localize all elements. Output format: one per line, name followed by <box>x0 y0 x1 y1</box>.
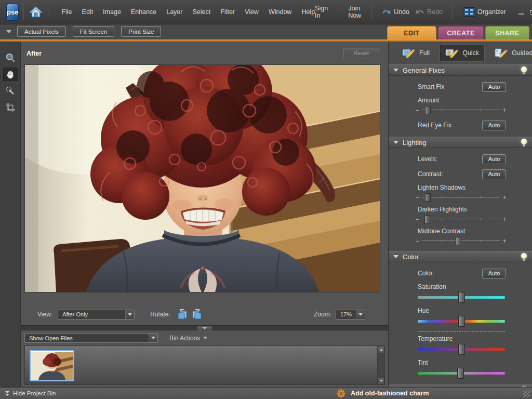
saturation-slider[interactable] <box>418 292 505 303</box>
menu-image[interactable]: Image <box>103 8 121 16</box>
rotate-left-button[interactable] <box>175 308 189 321</box>
divider <box>371 4 371 20</box>
sign-in-link[interactable]: Sign In <box>315 5 328 19</box>
menu-edit[interactable]: Edit <box>82 8 94 16</box>
lighten-shadows-slider[interactable]: − + <box>389 193 532 202</box>
options-collapse-icon[interactable] <box>6 30 11 33</box>
menu-filter[interactable]: Filter <box>220 8 235 16</box>
reset-button[interactable]: Reset <box>343 48 379 58</box>
slider-thumb[interactable] <box>424 215 430 223</box>
slider-track[interactable] <box>422 215 500 224</box>
quick-edit-tab[interactable]: Quick <box>440 45 484 61</box>
fit-screen-button[interactable]: Fit Screen <box>73 26 114 37</box>
slider-thumb[interactable] <box>425 106 431 114</box>
redo-button[interactable]: Redo <box>415 8 443 16</box>
guided-edit-tab[interactable]: Guided <box>489 45 532 61</box>
slider-thumb[interactable] <box>456 237 461 245</box>
tab-edit[interactable]: EDIT <box>387 26 436 39</box>
maximize-button[interactable] <box>530 10 532 15</box>
view-label: View: <box>37 311 52 318</box>
color-auto-button[interactable]: Auto <box>482 269 506 278</box>
project-bin <box>24 345 385 385</box>
menu-help[interactable]: Help <box>301 8 315 16</box>
slider-thumb[interactable] <box>457 368 464 379</box>
organizer-button[interactable]: Organizer <box>463 7 506 17</box>
tint-slider[interactable] <box>418 368 505 379</box>
scroll-up-button[interactable] <box>378 346 384 353</box>
slider-track[interactable] <box>422 236 500 246</box>
general-fixes-panel: General Fixes Smart Fix Auto Amount − + <box>389 64 532 137</box>
slider-thumb[interactable] <box>425 193 431 202</box>
menu-file[interactable]: File <box>61 8 72 16</box>
amount-slider[interactable]: − + <box>389 105 532 115</box>
bin-splitter[interactable] <box>21 325 388 330</box>
view-mode-select[interactable]: After Only <box>58 310 135 320</box>
splitter-handle[interactable] <box>197 326 212 330</box>
general-fixes-header[interactable]: General Fixes <box>389 64 532 76</box>
temperature-slider[interactable] <box>418 344 505 355</box>
midtone-contrast-slider[interactable]: − + <box>389 236 532 246</box>
minimize-button[interactable] <box>518 9 524 15</box>
darken-highlights-label: Darken Highlights <box>389 206 532 213</box>
bin-actions-menu[interactable]: Bin Actions <box>169 335 207 342</box>
slider-thumb[interactable] <box>458 344 465 355</box>
lighting-header[interactable]: Lighting <box>389 137 532 148</box>
join-now-link[interactable]: Join Now <box>348 5 361 19</box>
bin-scrollbar[interactable] <box>377 346 384 384</box>
redo-icon <box>415 8 425 16</box>
tip-of-the-day[interactable]: Add old-fashioned charm <box>337 389 429 398</box>
magnifier-icon <box>5 52 16 63</box>
slider-thumb[interactable] <box>458 316 465 327</box>
full-edit-icon <box>402 48 416 58</box>
tool-palette <box>0 42 21 387</box>
rotate-right-button[interactable] <box>191 308 204 321</box>
show-open-files-select[interactable]: Show Open Files <box>24 333 158 343</box>
home-button[interactable] <box>29 4 43 20</box>
tab-share[interactable]: SHARE <box>485 26 529 39</box>
contrast-auto-button[interactable]: Auto <box>482 169 506 179</box>
midtone-contrast-label: Midtone Contrast <box>389 228 532 235</box>
menu-layer[interactable]: Layer <box>166 8 182 16</box>
tint-label: Tint <box>389 359 532 366</box>
collapse-triangle-icon <box>393 141 398 144</box>
lighting-panel: Lighting Levels: Auto Contrast: Auto Lig… <box>389 137 532 251</box>
home-icon <box>29 6 43 18</box>
full-edit-tab[interactable]: Full <box>397 45 435 61</box>
pse-logo[interactable]: pse <box>6 4 19 21</box>
slider-track[interactable] <box>422 105 500 115</box>
menu-window[interactable]: Window <box>269 8 291 16</box>
help-lightbulb-icon[interactable] <box>521 66 527 74</box>
levels-auto-button[interactable]: Auto <box>482 154 506 164</box>
tab-create[interactable]: CREATE <box>438 26 484 39</box>
scroll-down-button[interactable] <box>378 377 384 384</box>
hide-project-bin-button[interactable]: Hide Project Bin <box>5 390 56 396</box>
hue-slider[interactable] <box>418 316 505 327</box>
open-file-thumbnail[interactable] <box>30 350 74 381</box>
zoom-tool[interactable] <box>3 51 18 64</box>
slider-thumb[interactable] <box>458 292 465 303</box>
hand-tool[interactable] <box>3 68 18 81</box>
red-eye-auto-button[interactable]: Auto <box>482 121 506 130</box>
undo-button[interactable]: Undo <box>381 8 409 16</box>
help-lightbulb-icon[interactable] <box>521 253 527 261</box>
slider-track[interactable] <box>422 193 500 202</box>
crop-tool[interactable] <box>3 101 18 114</box>
actual-pixels-button[interactable]: Actual Pixels <box>17 26 66 37</box>
menu-view[interactable]: View <box>245 8 259 16</box>
menu-select[interactable]: Select <box>193 8 211 16</box>
hand-icon <box>5 69 16 79</box>
color-label: Color: <box>418 270 434 277</box>
smart-fix-auto-button[interactable]: Auto <box>482 82 506 92</box>
divider <box>48 4 48 20</box>
contrast-label: Contrast: <box>418 170 443 178</box>
guided-edit-icon <box>495 48 508 58</box>
quick-selection-tool[interactable] <box>3 84 18 98</box>
help-lightbulb-icon[interactable] <box>521 139 527 147</box>
print-size-button[interactable]: Print Size <box>121 26 161 37</box>
zoom-level-select[interactable]: 17% <box>336 310 365 320</box>
darken-highlights-slider[interactable]: − + <box>389 215 532 224</box>
color-header[interactable]: Color <box>389 251 532 262</box>
photo-canvas[interactable] <box>25 65 380 292</box>
resize-grip[interactable] <box>523 391 530 397</box>
menu-enhance[interactable]: Enhance <box>131 8 156 16</box>
